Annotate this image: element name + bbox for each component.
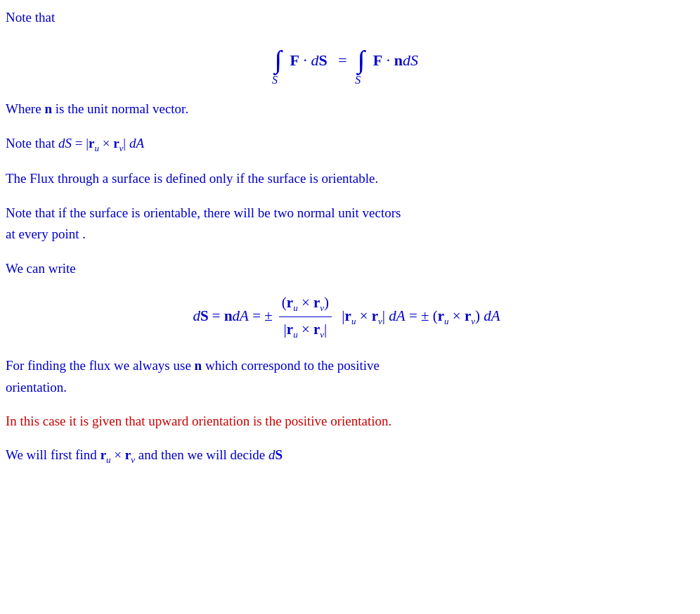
section-we-will-find: We will first find ru × rv and then we w… xyxy=(6,444,687,468)
text-note1: Note that xyxy=(6,10,55,25)
text-we-will-find: We will first find ru × rv and then we w… xyxy=(6,447,283,462)
section-note1: Note that xyxy=(6,7,687,28)
text-where: Where n is the unit normal vector. xyxy=(6,101,188,116)
section-note-orientable: Note that if the surface is orientable, … xyxy=(6,203,687,245)
section-note-ds: Note that dS = |ru × rv| dA xyxy=(6,133,687,156)
formula-ds-expansion: dS = ndA = ± (ru × rv) |ru × rv| |ru × r… xyxy=(6,292,687,341)
text-note-orientable: Note that if the surface is orientable, … xyxy=(6,205,401,241)
text-we-can-write: We can write xyxy=(6,261,76,276)
section-flux-def: The Flux through a surface is defined on… xyxy=(6,168,687,189)
section-where: Where n is the unit normal vector. xyxy=(6,98,687,120)
formula-ds-left: dS = ndA = ± xyxy=(193,305,272,328)
fraction-numerator: (ru × rv) xyxy=(279,292,332,317)
section-given-case: In this case it is given that upward ori… xyxy=(6,411,687,432)
text-note-ds: Note that dS = |ru × rv| dA xyxy=(6,136,144,151)
text-flux-def: The Flux through a surface is defined on… xyxy=(6,171,378,186)
text-given-case: In this case it is given that upward ori… xyxy=(6,414,391,428)
section-for-finding: For finding the flux we always use n whi… xyxy=(6,355,687,398)
formula-double-integral: ∫∫ S F · dS = ∫∫ S F · ndS xyxy=(6,41,687,79)
formula-ds-middle: |ru × rv| dA = ± (ru × rv) dA xyxy=(338,305,500,328)
text-for-finding: For finding the flux we always use n whi… xyxy=(6,358,380,394)
section-we-can-write: We can write xyxy=(6,258,687,279)
fraction-denominator: |ru × rv| xyxy=(281,317,330,342)
